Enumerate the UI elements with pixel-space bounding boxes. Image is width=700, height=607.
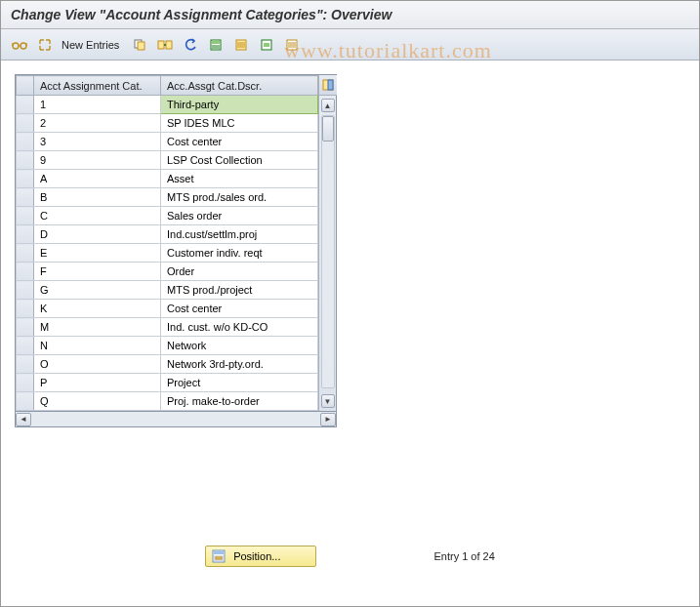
table-row[interactable]: PProject: [17, 374, 318, 392]
svg-rect-3: [138, 42, 144, 50]
table-row[interactable]: KCost center: [17, 300, 318, 318]
cell-cat[interactable]: A: [34, 170, 161, 188]
table-row[interactable]: FOrder: [17, 263, 318, 281]
new-entries-button[interactable]: New Entries: [60, 39, 125, 51]
cell-desc[interactable]: LSP Cost Collection: [161, 151, 318, 170]
cell-cat[interactable]: 1: [34, 96, 161, 114]
svg-rect-15: [214, 551, 224, 554]
scroll-up-button[interactable]: ▲: [321, 99, 335, 112]
cell-desc[interactable]: MTS prod./project: [161, 281, 318, 300]
row-selector[interactable]: [17, 355, 34, 374]
table-row[interactable]: BMTS prod./sales ord.: [17, 188, 318, 207]
svg-rect-16: [216, 557, 222, 559]
table-row[interactable]: CSales order: [17, 207, 318, 225]
undo-icon[interactable]: [180, 35, 201, 55]
cell-desc[interactable]: Ind.cust/settlm.proj: [161, 225, 318, 244]
footer: Position... Entry 1 of 24: [1, 546, 699, 567]
row-selector[interactable]: [17, 263, 34, 281]
cell-desc[interactable]: Customer indiv. reqt: [161, 244, 318, 263]
glasses-icon[interactable]: [9, 35, 30, 55]
row-selector[interactable]: [17, 133, 34, 151]
position-button[interactable]: Position...: [205, 546, 316, 567]
row-selector[interactable]: [17, 392, 34, 411]
row-selector[interactable]: [17, 151, 34, 170]
cell-desc[interactable]: Network 3rd-pty.ord.: [161, 355, 318, 374]
select-all-icon[interactable]: [230, 35, 252, 55]
row-selector[interactable]: [17, 281, 34, 300]
cell-desc[interactable]: MTS prod./sales ord.: [161, 188, 318, 207]
col-header-cat[interactable]: Acct Assignment Cat.: [34, 76, 161, 96]
row-selector[interactable]: [17, 337, 34, 355]
entry-counter: Entry 1 of 24: [433, 550, 494, 562]
cell-cat[interactable]: P: [34, 374, 161, 392]
cell-desc[interactable]: Project: [161, 374, 318, 392]
row-selector[interactable]: [17, 114, 34, 133]
row-selector[interactable]: [17, 244, 34, 263]
row-selector[interactable]: [17, 207, 34, 225]
cell-cat[interactable]: D: [34, 225, 161, 244]
cell-cat[interactable]: E: [34, 244, 161, 263]
cell-desc[interactable]: Sales order: [161, 207, 318, 225]
table-row[interactable]: 2SP IDES MLC: [17, 114, 318, 133]
config-columns-icon[interactable]: [319, 75, 337, 96]
cell-desc[interactable]: Cost center: [161, 300, 318, 318]
position-label: Position...: [233, 550, 280, 562]
table-row[interactable]: QProj. make-to-order: [17, 392, 318, 411]
select-block-icon[interactable]: [256, 35, 277, 55]
cell-desc[interactable]: Network: [161, 337, 318, 355]
scroll-track[interactable]: [321, 115, 335, 388]
col-header-desc[interactable]: Acc.Assgt Cat.Dscr.: [161, 76, 318, 96]
horizontal-scrollbar: ◄ ►: [15, 412, 337, 427]
table-row[interactable]: GMTS prod./project: [17, 281, 318, 300]
cell-desc[interactable]: SP IDES MLC: [161, 114, 318, 133]
copy-as-icon[interactable]: [154, 35, 176, 55]
expand-icon[interactable]: [34, 35, 56, 55]
cell-cat[interactable]: C: [34, 207, 161, 225]
cell-cat[interactable]: 3: [34, 133, 161, 151]
cell-cat[interactable]: Q: [34, 392, 161, 411]
table-row[interactable]: DInd.cust/settlm.proj: [17, 225, 318, 244]
deselect-all-icon[interactable]: [281, 35, 303, 55]
cell-cat[interactable]: K: [34, 300, 161, 318]
table-row[interactable]: MInd. cust. w/o KD-CO: [17, 318, 318, 337]
copy-icon[interactable]: [129, 35, 150, 55]
scroll-thumb[interactable]: [322, 116, 334, 142]
table-row[interactable]: NNetwork: [17, 337, 318, 355]
table-row[interactable]: 1Third-party: [17, 96, 318, 114]
cell-cat[interactable]: 9: [34, 151, 161, 170]
table-row[interactable]: ECustomer indiv. reqt: [17, 244, 318, 263]
cell-desc[interactable]: Third-party: [161, 96, 318, 114]
row-selector[interactable]: [17, 374, 34, 392]
cell-desc[interactable]: Proj. make-to-order: [161, 392, 318, 411]
scroll-left-button[interactable]: ◄: [16, 413, 31, 426]
row-selector[interactable]: [17, 318, 34, 337]
table-row[interactable]: 9LSP Cost Collection: [17, 151, 318, 170]
cell-desc[interactable]: Cost center: [161, 133, 318, 151]
cell-cat[interactable]: F: [34, 263, 161, 281]
svg-rect-10: [264, 43, 269, 47]
row-selector[interactable]: [17, 96, 34, 114]
page-title: Change View "Account Assignment Categori…: [1, 1, 699, 29]
cell-cat[interactable]: O: [34, 355, 161, 374]
row-selector[interactable]: [17, 188, 34, 207]
cell-desc[interactable]: Order: [161, 263, 318, 281]
cell-cat[interactable]: M: [34, 318, 161, 337]
table-row[interactable]: AAsset: [17, 170, 318, 188]
row-selector-header[interactable]: [17, 76, 34, 96]
delimit-icon[interactable]: [205, 35, 226, 55]
scroll-down-button[interactable]: ▼: [321, 394, 335, 408]
table-row[interactable]: ONetwork 3rd-pty.ord.: [17, 355, 318, 374]
cell-cat[interactable]: G: [34, 281, 161, 300]
cell-cat[interactable]: N: [34, 337, 161, 355]
row-selector[interactable]: [17, 225, 34, 244]
toolbar: New Entries: [1, 29, 699, 61]
table-row[interactable]: 3Cost center: [17, 133, 318, 151]
cell-cat[interactable]: B: [34, 188, 161, 207]
vertical-scrollbar: ▲ ▼: [318, 75, 336, 411]
cell-desc[interactable]: Ind. cust. w/o KD-CO: [161, 318, 318, 337]
cell-cat[interactable]: 2: [34, 114, 161, 133]
row-selector[interactable]: [17, 170, 34, 188]
cell-desc[interactable]: Asset: [161, 170, 318, 188]
scroll-right-button[interactable]: ►: [320, 413, 336, 426]
row-selector[interactable]: [17, 300, 34, 318]
